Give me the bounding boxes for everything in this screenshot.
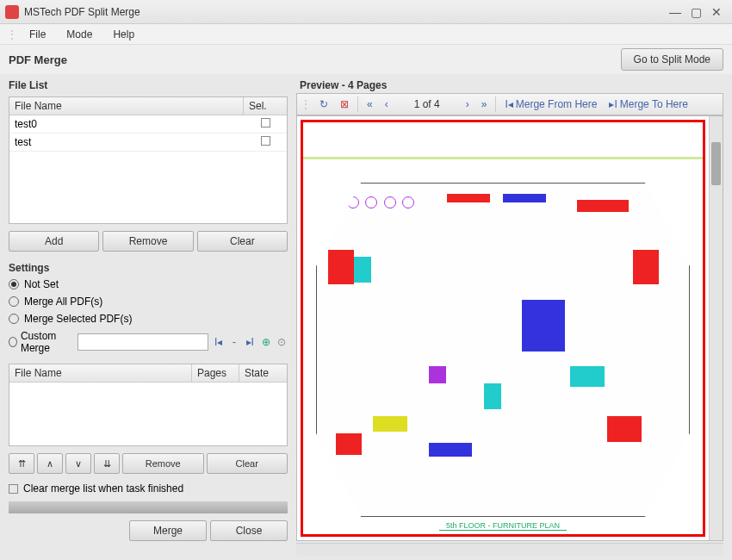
settings-section: Settings Not Set Merge All PDF(s) Merge … (9, 260, 288, 357)
close-preview-icon[interactable]: ⊠ (337, 96, 352, 112)
radio-label: Merge All PDF(s) (24, 296, 102, 308)
menu-file[interactable]: File (21, 27, 54, 42)
preview-toolbar: ⋮ ↻ ⊠ « ‹ 1 of 4 › » I◂Merge From Here ▸… (296, 93, 723, 115)
cell-sel (244, 115, 287, 133)
bottom-buttons: Merge Close (9, 520, 288, 541)
col-sel[interactable]: Sel. (244, 97, 287, 115)
move-top-button[interactable]: ⇈ (9, 453, 34, 474)
scroll-thumb[interactable] (711, 142, 721, 185)
next-page-button[interactable]: › (462, 96, 473, 112)
progress-bar (9, 501, 288, 513)
merge-list-body (9, 383, 287, 445)
clear-button[interactable]: Clear (197, 231, 288, 252)
col-state[interactable]: State (239, 364, 287, 382)
move-up-button[interactable]: ∧ (37, 453, 63, 474)
preview-panel: Preview - 4 Pages ⋮ ↻ ⊠ « ‹ 1 of 4 › » I… (293, 74, 732, 560)
vertical-scrollbar[interactable] (709, 116, 723, 540)
merge-from-here-button[interactable]: I◂Merge From Here (501, 96, 600, 112)
close-button[interactable]: Close (210, 520, 288, 541)
prev-page-button[interactable]: ‹ (382, 96, 392, 112)
radio-icon (9, 337, 17, 347)
mergelist-remove-button[interactable]: Remove (122, 453, 204, 474)
app-icon (5, 5, 19, 19)
maximize-button[interactable]: ▢ (685, 3, 706, 21)
floorplan-graphic (316, 183, 690, 517)
radio-icon (9, 296, 19, 307)
preview-heading: Preview - 4 Pages (296, 78, 723, 93)
radio-notset[interactable]: Not Set (9, 276, 288, 293)
radio-label: Custom Merge (21, 330, 75, 354)
mode-bar: PDF Merge Go to Split Mode (0, 45, 732, 74)
floorplan-caption: 5th FLOOR - FURNITURE PLAN (439, 521, 567, 531)
minimize-button[interactable]: — (665, 3, 685, 21)
add-button[interactable]: Add (9, 231, 99, 252)
checkbox-icon[interactable] (261, 136, 270, 146)
close-window-button[interactable]: ✕ (706, 3, 727, 21)
add-range-icon[interactable]: ⊕ (259, 334, 271, 350)
menubar: ⋮ File Mode Help (0, 24, 732, 45)
cell-filename: test (9, 134, 244, 151)
main-area: File List File Name Sel. test0 test Add … (0, 74, 732, 560)
file-list-header: File Name Sel. (9, 97, 287, 115)
move-down-button[interactable]: ∨ (65, 453, 91, 474)
radio-custom-merge[interactable]: Custom Merge I◂ - ▸I ⊕ ⊙ (9, 327, 288, 357)
checkbox-icon (9, 484, 18, 494)
cell-filename: test0 (9, 115, 244, 133)
menu-separator: ⋮ (7, 28, 17, 40)
last-page-icon[interactable]: ▸I (244, 334, 256, 350)
separator (357, 96, 358, 112)
titlebar: MSTech PDF Split Merge — ▢ ✕ (0, 0, 732, 24)
first-page-button[interactable]: « (363, 96, 376, 112)
col-filename[interactable]: File Name (9, 364, 192, 382)
merge-button[interactable]: Merge (129, 520, 207, 541)
option-label: Clear merge list when task finished (23, 482, 183, 495)
file-list-body: test0 test (9, 115, 287, 223)
file-list-table: File Name Sel. test0 test (9, 96, 288, 224)
merge-list-header: File Name Pages State (9, 364, 287, 383)
col-pages[interactable]: Pages (192, 364, 239, 382)
preview-page[interactable]: 5th FLOOR - FURNITURE PLAN (301, 120, 705, 537)
mode-title: PDF Merge (9, 53, 621, 66)
clear-on-finish-option[interactable]: Clear merge list when task finished (9, 482, 288, 495)
radio-merge-selected[interactable]: Merge Selected PDF(s) (9, 310, 288, 327)
menu-help[interactable]: Help (104, 27, 143, 42)
left-panel: File List File Name Sel. test0 test Add … (0, 74, 293, 560)
window-title: MSTech PDF Split Merge (24, 6, 665, 18)
menu-mode[interactable]: Mode (58, 27, 101, 42)
first-page-icon[interactable]: I◂ (212, 334, 224, 350)
mergelist-clear-button[interactable]: Clear (207, 453, 288, 474)
separator (495, 96, 496, 112)
radio-label: Merge Selected PDF(s) (24, 313, 132, 325)
table-row[interactable]: test0 (9, 115, 287, 134)
reorder-buttons: ⇈ ∧ ∨ ⇊ Remove Clear (9, 453, 288, 474)
radio-label: Not Set (24, 278, 59, 290)
preview-viewport: 5th FLOOR - FURNITURE PLAN (296, 115, 723, 541)
grip-icon: ⋮ (301, 98, 311, 110)
move-bottom-button[interactable]: ⇊ (94, 453, 120, 474)
page-indicator: 1 of 4 (397, 98, 457, 110)
merge-list-table: File Name Pages State (9, 364, 288, 446)
col-filename[interactable]: File Name (9, 97, 244, 115)
merge-to-here-button[interactable]: ▸IMerge To Here (605, 96, 692, 112)
radio-icon (9, 279, 19, 289)
start-marker-icon: I◂ (505, 98, 512, 110)
rotate-icon[interactable]: ↻ (316, 96, 332, 112)
remove-button[interactable]: Remove (102, 231, 193, 252)
go-to-split-mode-button[interactable]: Go to Split Mode (621, 48, 723, 71)
checkbox-icon[interactable] (261, 118, 270, 128)
horizontal-scrollbar[interactable] (296, 543, 723, 557)
filelist-heading: File List (9, 78, 288, 93)
radio-merge-all[interactable]: Merge All PDF(s) (9, 293, 288, 310)
custom-merge-input[interactable] (78, 333, 208, 351)
radio-icon (9, 314, 19, 324)
filelist-buttons: Add Remove Clear (9, 231, 288, 252)
dash-icon: - (228, 334, 240, 350)
table-row[interactable]: test (9, 134, 287, 152)
remove-range-icon[interactable]: ⊙ (276, 334, 288, 350)
end-marker-icon: ▸I (609, 98, 617, 110)
cell-sel (244, 134, 287, 151)
settings-heading: Settings (9, 260, 288, 276)
last-page-button[interactable]: » (478, 96, 491, 112)
